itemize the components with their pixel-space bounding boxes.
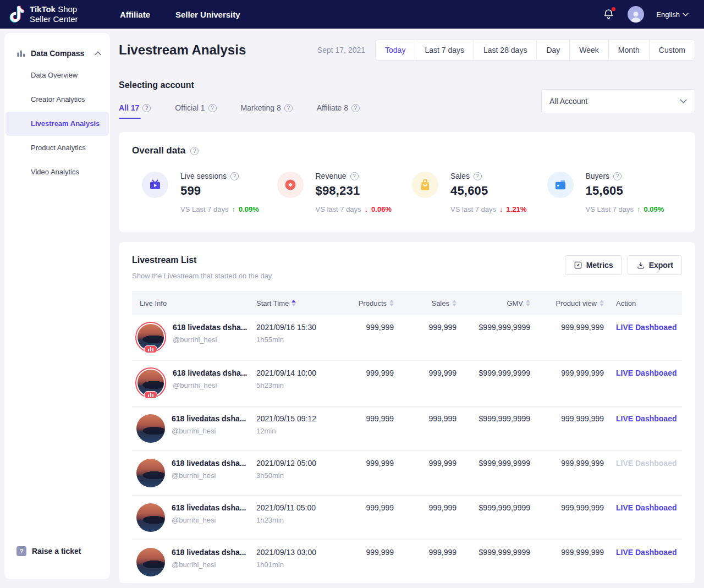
metrics-row: Live sessions?599VS Last 7 days↑0.09% Re…	[132, 172, 682, 213]
livestream-name[interactable]: 618 livedatas dsha...	[172, 459, 246, 468]
account-tab-marketing-8[interactable]: Marketing 8?	[241, 103, 293, 119]
metrics-button[interactable]: Metrics	[565, 255, 622, 275]
live-avatar[interactable]	[135, 367, 166, 398]
sidebar-section-data-compass[interactable]: Data Compass	[4, 48, 110, 58]
live-info-text: 618 livedatas dsha...@burrihi_hesi	[172, 503, 246, 524]
live-avatar[interactable]	[135, 322, 166, 353]
question-mark-icon[interactable]: ?	[613, 172, 622, 180]
question-mark-icon[interactable]: ?	[190, 147, 199, 155]
live-info-cell: 618 livedatas dsha...@burrihi_hesi	[132, 496, 249, 540]
brand-logo[interactable]: TikTok Shop Seller Center	[7, 4, 114, 25]
live-info-cell: 618 livedatas dsha...@burrihi_hesi	[132, 540, 249, 584]
range-button-last-7-days[interactable]: Last 7 days	[415, 40, 474, 60]
livestream-name[interactable]: 618 livedatas dsha...	[173, 369, 247, 377]
account-tab-all-17[interactable]: All 17?	[119, 103, 151, 119]
sidebar-section-label: Data Compass	[31, 49, 90, 58]
question-mark-icon[interactable]: ?	[474, 172, 482, 180]
question-mark-icon[interactable]: ?	[351, 104, 360, 112]
column-header-start-time[interactable]: Start Time	[249, 291, 343, 315]
arrow-up-icon: ↑	[637, 205, 641, 213]
duration: 5h23min	[256, 381, 339, 389]
chevron-down-icon	[680, 99, 687, 103]
column-label: Product view	[556, 299, 597, 307]
column-label: Sales	[431, 299, 449, 307]
start-time: 2021/09/15 09:12	[256, 414, 339, 423]
live-tv-icon	[142, 172, 168, 198]
sort-caret-icon[interactable]	[389, 300, 394, 306]
start-time-cell: 2021/09/12 05:003h50min	[249, 451, 343, 495]
language-selector[interactable]: English	[656, 10, 689, 19]
column-header-product-view[interactable]: Product view	[535, 291, 608, 315]
range-button-last-28-days[interactable]: Last 28 days	[474, 40, 536, 60]
question-mark-icon[interactable]: ?	[350, 172, 359, 180]
account-dropdown[interactable]: All Account	[541, 89, 695, 113]
live-info-cell: 618 livedatas dsha...@burrihi_hesi	[132, 451, 249, 495]
account-tab-affiliate-8[interactable]: Affiliate 8?	[317, 103, 360, 119]
range-button-week[interactable]: Week	[569, 40, 608, 60]
column-header-products[interactable]: Products	[343, 291, 398, 315]
avatar[interactable]	[136, 503, 165, 532]
raise-a-ticket-button[interactable]: ? Raise a ticket	[16, 546, 81, 556]
sort-caret-icon[interactable]	[292, 300, 296, 306]
sidebar-item-video-analytics[interactable]: Video Analytics	[6, 160, 109, 184]
metric-live-sessions: Live sessions?599VS Last 7 days↑0.09%	[142, 172, 277, 213]
account-tab-official-1[interactable]: Official 1?	[175, 103, 216, 119]
products-cell: 999,999	[343, 496, 398, 540]
livestream-name[interactable]: 618 livedatas dsha...	[173, 323, 247, 332]
edit-square-icon	[574, 261, 582, 270]
range-button-custom[interactable]: Custom	[649, 40, 695, 60]
live-dashboard-link[interactable]: LIVE Dashboaed	[616, 369, 676, 377]
nav-link-affiliate[interactable]: Affiliate	[120, 10, 150, 19]
live-dashboard-link: LIVE Dashboaed	[616, 459, 676, 468]
avatar[interactable]	[136, 548, 165, 576]
livestream-name[interactable]: 618 livedatas dsha...	[172, 548, 246, 557]
metric-vs-row: VS Last 7 days↑0.09%	[586, 205, 664, 213]
livestream-name[interactable]: 618 livedatas dsha...	[172, 503, 246, 512]
page-header: Livestream Analysis Sept 17, 2021 TodayL…	[119, 40, 695, 61]
user-avatar[interactable]	[628, 6, 644, 23]
table-header-row: Live InfoStart TimeProductsSalesGMVProdu…	[132, 291, 682, 315]
action-cell: LIVE Dashboaed	[608, 540, 682, 584]
question-mark-icon[interactable]: ?	[284, 104, 293, 112]
sidebar-item-data-overview[interactable]: Data Overview	[6, 63, 109, 87]
column-header-action: Action	[608, 291, 682, 315]
export-button[interactable]: Export	[628, 255, 682, 275]
question-mark-icon[interactable]: ?	[230, 172, 239, 180]
range-button-day[interactable]: Day	[536, 40, 569, 60]
product-view-cell: 999,999,999	[535, 361, 608, 406]
metric-vs-label: VS last 7 days	[450, 205, 496, 213]
avatar[interactable]	[136, 459, 165, 487]
column-header-gmv[interactable]: GMV	[461, 291, 535, 315]
sidebar-item-product-analytics[interactable]: Product Analytics	[6, 136, 109, 160]
live-dashboard-link[interactable]: LIVE Dashboaed	[616, 548, 676, 557]
live-dashboard-link[interactable]: LIVE Dashboaed	[616, 323, 676, 332]
sidebar-item-creator-analytics[interactable]: Creator Analytics	[6, 87, 109, 112]
product-view-cell: 999,999,999	[535, 451, 608, 495]
bar-chart-icon	[16, 48, 26, 58]
action-cell: LIVE Dashboaed	[608, 451, 682, 495]
metric-vs-row: VS last 7 days↓1.21%	[450, 205, 526, 213]
live-dashboard-link[interactable]: LIVE Dashboaed	[616, 503, 676, 512]
live-dashboard-link[interactable]: LIVE Dashboaed	[616, 414, 676, 423]
question-mark-icon[interactable]: ?	[208, 104, 217, 112]
table-row: 618 livedatas dsha...@burrihi_hesi2021/0…	[132, 406, 682, 451]
sort-caret-icon[interactable]	[600, 300, 604, 306]
live-info-text: 618 livedatas dsha...@burrihi_hesi	[173, 369, 247, 389]
question-mark-icon[interactable]: ?	[142, 104, 151, 112]
sidebar-item-livestream-analysis[interactable]: Livestream Analysis	[6, 112, 109, 136]
sort-caret-icon[interactable]	[526, 300, 530, 306]
livestream-name[interactable]: 618 livedatas dsha...	[172, 414, 246, 423]
sort-caret-icon[interactable]	[452, 300, 457, 306]
start-time-cell: 2021/09/16 15:301h55min	[249, 315, 343, 360]
nav-right: English	[602, 6, 689, 23]
creator-handle: @burrihi_hesi	[173, 336, 247, 344]
nav-link-seller-university[interactable]: Seller University	[175, 10, 240, 19]
notification-bell-icon[interactable]	[602, 8, 615, 21]
range-button-today[interactable]: Today	[376, 40, 415, 60]
creator-handle: @burrihi_hesi	[172, 516, 246, 524]
avatar[interactable]	[136, 414, 165, 443]
column-header-sales[interactable]: Sales	[398, 291, 461, 315]
range-button-month[interactable]: Month	[608, 40, 649, 60]
avatar-image	[136, 459, 165, 487]
table-row: 618 livedatas dsha...@burrihi_hesi2021/0…	[132, 496, 682, 540]
